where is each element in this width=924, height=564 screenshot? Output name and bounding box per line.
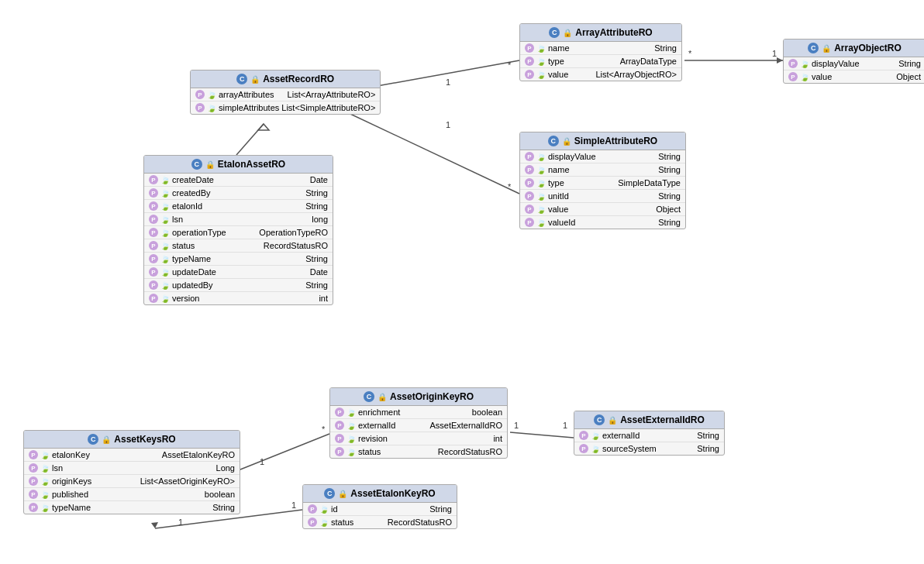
leaf-icon: 🍃 bbox=[800, 60, 809, 68]
class-title: SimpleAttributeRO bbox=[574, 136, 657, 146]
svg-text:1: 1 bbox=[772, 49, 777, 58]
p-badge: P bbox=[525, 165, 534, 174]
leaf-icon: 🍃 bbox=[40, 477, 50, 486]
diagram-container: 1 * 1 * * 1 1 * 1 1 1 1 C 🔒 bbox=[0, 0, 924, 564]
p-badge: P bbox=[579, 431, 588, 440]
p-badge: P bbox=[149, 215, 158, 224]
p-badge: P bbox=[335, 421, 344, 430]
field-id: P 🍃 id String bbox=[303, 503, 457, 516]
class-AssetRecordRO: C 🔒 AssetRecordRO P 🍃 arrayAttributes Li… bbox=[190, 70, 381, 115]
field-etalonId: P 🍃 etalonId String bbox=[144, 200, 333, 213]
leaf-icon: 🍃 bbox=[160, 242, 170, 250]
leaf-icon: 🍃 bbox=[346, 435, 356, 443]
field-simpleAttributes: P 🍃 simpleAttributes List<SimpleAttribut… bbox=[191, 101, 380, 114]
field-unitId: P 🍃 unitId String bbox=[520, 190, 685, 203]
field-externalId: P 🍃 externalId AssetExternalIdRO bbox=[330, 419, 507, 432]
svg-text:1: 1 bbox=[446, 120, 450, 129]
svg-text:1: 1 bbox=[446, 77, 450, 87]
leaf-icon: 🍃 bbox=[160, 229, 170, 237]
p-badge: P bbox=[195, 90, 205, 99]
class-header-AssetEtalonKeyRO: C 🔒 AssetEtalonKeyRO bbox=[303, 485, 457, 503]
lock-icon: 🔒 bbox=[563, 29, 572, 37]
field-updateDate: P 🍃 updateDate Date bbox=[144, 266, 333, 279]
lock-icon: 🔒 bbox=[562, 137, 571, 146]
p-badge: P bbox=[308, 518, 317, 527]
p-badge: P bbox=[29, 490, 38, 499]
c-badge: C bbox=[324, 488, 335, 499]
leaf-icon: 🍃 bbox=[536, 153, 546, 161]
leaf-icon: 🍃 bbox=[536, 57, 546, 66]
field-lsn: P 🍃 lsn long bbox=[144, 213, 333, 226]
p-badge: P bbox=[149, 267, 158, 277]
class-title: AssetKeysRO bbox=[114, 434, 175, 445]
p-badge: P bbox=[308, 504, 317, 514]
field-value: P 🍃 value Object bbox=[784, 70, 924, 83]
class-title: ArrayAttributeRO bbox=[575, 27, 652, 38]
c-badge: C bbox=[88, 434, 98, 445]
p-badge: P bbox=[525, 218, 534, 227]
c-badge: C bbox=[548, 136, 559, 146]
p-badge: P bbox=[525, 70, 534, 79]
lock-icon: 🔒 bbox=[102, 435, 111, 444]
lock-icon: 🔒 bbox=[338, 490, 347, 498]
p-badge: P bbox=[525, 43, 534, 53]
field-typeName: P 🍃 typeName String bbox=[24, 501, 240, 514]
p-badge: P bbox=[149, 254, 158, 263]
svg-marker-22 bbox=[151, 522, 158, 528]
svg-text:*: * bbox=[508, 182, 512, 191]
p-badge: P bbox=[149, 294, 158, 303]
class-EtalonAssetRO: C 🔒 EtalonAssetRO P 🍃 createDate Date P … bbox=[143, 155, 333, 305]
field-originKeys: P 🍃 originKeys List<AssetOriginKeyRO> bbox=[24, 475, 240, 488]
leaf-icon: 🍃 bbox=[160, 202, 170, 211]
svg-line-18 bbox=[510, 432, 574, 438]
class-header-EtalonAssetRO: C 🔒 EtalonAssetRO bbox=[144, 156, 333, 174]
svg-text:*: * bbox=[688, 49, 692, 58]
leaf-icon: 🍃 bbox=[160, 176, 170, 184]
p-badge: P bbox=[149, 280, 158, 290]
field-status: P 🍃 status RecordStatusRO bbox=[144, 239, 333, 253]
class-title: AssetExternalIdRO bbox=[620, 414, 705, 425]
field-value: P 🍃 value Object bbox=[520, 203, 685, 216]
class-title: AssetOriginKeyRO bbox=[390, 391, 474, 402]
field-displayValue: P 🍃 displayValue String bbox=[520, 150, 685, 163]
field-valueId: P 🍃 valueId String bbox=[520, 216, 685, 229]
leaf-icon: 🍃 bbox=[160, 255, 170, 263]
p-badge: P bbox=[525, 57, 534, 66]
p-badge: P bbox=[149, 188, 158, 198]
p-badge: P bbox=[29, 476, 38, 486]
field-version: P 🍃 version int bbox=[144, 292, 333, 304]
leaf-icon: 🍃 bbox=[207, 104, 216, 112]
p-badge: P bbox=[788, 72, 798, 81]
leaf-icon: 🍃 bbox=[536, 166, 546, 174]
leaf-icon: 🍃 bbox=[207, 91, 216, 99]
leaf-icon: 🍃 bbox=[346, 408, 356, 417]
c-badge: C bbox=[594, 414, 605, 425]
svg-text:1: 1 bbox=[178, 518, 183, 527]
class-AssetEtalonKeyRO: C 🔒 AssetEtalonKeyRO P 🍃 id String P 🍃 s… bbox=[302, 484, 457, 529]
class-title: AssetEtalonKeyRO bbox=[350, 488, 435, 499]
class-title: AssetRecordRO bbox=[263, 74, 334, 84]
leaf-icon: 🍃 bbox=[591, 432, 600, 440]
class-ArrayObjectRO: C 🔒 ArrayObjectRO P 🍃 displayValue Strin… bbox=[783, 39, 924, 84]
leaf-icon: 🍃 bbox=[800, 73, 809, 81]
leaf-icon: 🍃 bbox=[536, 70, 546, 79]
leaf-icon: 🍃 bbox=[160, 268, 170, 277]
leaf-icon: 🍃 bbox=[346, 421, 356, 430]
leaf-icon: 🍃 bbox=[536, 218, 546, 227]
field-createdBy: P 🍃 createdBy String bbox=[144, 187, 333, 200]
class-header-AssetExternalIdRO: C 🔒 AssetExternalIdRO bbox=[574, 411, 724, 429]
svg-text:1: 1 bbox=[260, 457, 264, 466]
p-badge: P bbox=[525, 152, 534, 161]
leaf-icon: 🍃 bbox=[160, 281, 170, 290]
field-enrichment: P 🍃 enrichment boolean bbox=[330, 406, 507, 419]
leaf-icon: 🍃 bbox=[346, 448, 356, 456]
leaf-icon: 🍃 bbox=[536, 179, 546, 187]
class-title: ArrayObjectRO bbox=[834, 43, 902, 53]
p-badge: P bbox=[149, 241, 158, 250]
p-badge: P bbox=[788, 59, 798, 68]
field-published: P 🍃 published boolean bbox=[24, 488, 240, 501]
leaf-icon: 🍃 bbox=[160, 294, 170, 303]
p-badge: P bbox=[149, 175, 158, 184]
lock-icon: 🔒 bbox=[205, 160, 215, 169]
p-badge: P bbox=[335, 434, 344, 443]
